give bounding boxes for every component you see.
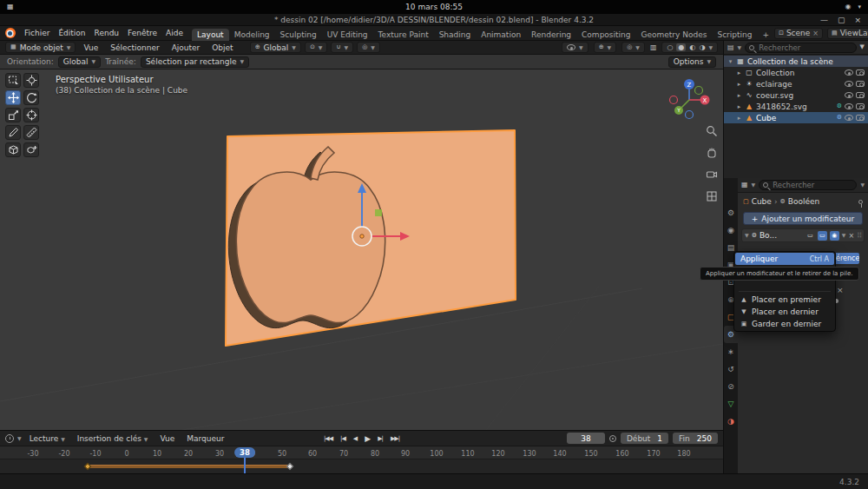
next-keyframe-button[interactable]: ▶| <box>376 434 385 443</box>
jump-end-button[interactable]: ▶▶| <box>389 434 401 443</box>
tab-physics-icon[interactable]: ↺ <box>724 360 738 378</box>
pivot-point-selector[interactable]: ⊙ ▼ <box>305 42 328 53</box>
frame-end-field[interactable]: Fin 250 <box>673 433 718 444</box>
outliner-row-collection[interactable]: ▸ ▢ Collection <box>724 67 868 78</box>
system-clock[interactable]: 10 mars 08:55 <box>405 3 463 11</box>
menu-fichier[interactable]: Fichier <box>20 28 54 38</box>
tab-material-icon[interactable]: ◑ <box>724 413 738 430</box>
prev-keyframe-button[interactable]: |◀ <box>339 434 347 443</box>
measure-tool[interactable] <box>23 125 39 140</box>
tab-layout[interactable]: Layout <box>192 29 229 41</box>
add-workspace-button[interactable]: + <box>757 29 774 41</box>
menu-selectionner[interactable]: Sélectionner <box>106 43 163 53</box>
drag-handle-icon[interactable]: ⠿ <box>857 232 861 240</box>
pan-hand-icon[interactable] <box>704 145 720 161</box>
xray-toggle-icon[interactable]: ▥ <box>650 44 657 51</box>
tab-particles-icon[interactable]: ∗ <box>724 343 738 360</box>
camera-icon[interactable] <box>856 92 865 98</box>
extras-tool[interactable] <box>23 142 39 157</box>
menu-item-keep-last[interactable]: ▣ Garder en dernier <box>735 318 834 330</box>
realtime-display-toggle[interactable]: ▭ <box>818 231 827 241</box>
outliner-editor-icon[interactable]: ▤ <box>727 44 734 51</box>
menu-edition[interactable]: Édition <box>54 28 89 38</box>
proportional-edit-selector[interactable]: ◎ ▼ <box>357 42 380 53</box>
add-cube-tool[interactable] <box>5 142 21 157</box>
menu-item-place-first[interactable]: ▲ Placer en premier <box>735 294 834 306</box>
orientation-dropdown[interactable]: Global ▼ <box>58 56 101 68</box>
timeline-tracks[interactable] <box>0 459 723 473</box>
options-dropdown[interactable]: Options ▼ <box>668 56 716 68</box>
shading-rendered-icon[interactable]: ◑ <box>699 43 705 51</box>
viewport-canvas[interactable] <box>0 69 723 430</box>
menu-lecture[interactable]: Lecture ▼ <box>25 433 69 444</box>
unlink-scene-icon[interactable]: × <box>812 30 819 37</box>
tab-modeling[interactable]: Modeling <box>229 29 275 41</box>
menu-insertion-cles[interactable]: Insertion de clés ▼ <box>73 433 153 444</box>
camera-icon[interactable] <box>856 103 865 109</box>
tab-tool-icon[interactable]: ⚙ <box>724 204 738 221</box>
properties-search-input[interactable] <box>759 180 857 190</box>
disclosure-icon[interactable]: ▸ <box>736 92 742 99</box>
outliner-row-coeur-svg[interactable]: ▸ ∿ coeur.svg <box>724 89 868 101</box>
play-button[interactable]: ▶ <box>363 433 372 444</box>
annotate-tool[interactable] <box>5 125 21 140</box>
add-modifier-button[interactable]: + Ajouter un modificateur <box>743 212 863 225</box>
shading-material-icon[interactable]: ◐ <box>689 43 695 51</box>
eye-icon[interactable] <box>845 103 853 109</box>
properties-editor-icon[interactable]: ▦ <box>741 182 748 188</box>
tab-geometry-nodes[interactable]: Geometry Nodes <box>636 29 713 41</box>
disclosure-icon[interactable]: ▸ <box>736 81 742 88</box>
play-reverse-button[interactable]: ◀ <box>352 434 358 443</box>
filter-funnel-icon[interactable]: ▼ <box>860 44 865 50</box>
eye-icon[interactable] <box>845 69 853 76</box>
outliner-row-3418652-svg[interactable]: ▸ ▲ 3418652.svg ⚙ <box>724 101 868 112</box>
menu-item-apply[interactable]: Appliquer Ctrl A <box>735 253 834 265</box>
breadcrumb-object[interactable]: Cube <box>752 197 772 206</box>
system-tray-chevron-icon[interactable]: ▾ <box>858 4 861 10</box>
tab-scripting[interactable]: Scripting <box>712 29 757 41</box>
outliner-row-cube[interactable]: ▸ ▲ Cube ⚙ <box>724 112 868 123</box>
ortho-grid-icon[interactable] <box>704 188 720 204</box>
boolean-operation-difference-button[interactable]: érence <box>836 253 859 264</box>
outliner-search-input[interactable] <box>745 43 856 53</box>
eye-icon[interactable] <box>845 81 853 87</box>
minimize-button[interactable]: — <box>820 16 828 24</box>
disclosure-icon[interactable]: ▸ <box>736 115 742 122</box>
system-menu-icon[interactable]: ▦ <box>7 3 14 10</box>
pin-icon[interactable] <box>858 200 863 204</box>
tab-render-icon[interactable]: ◉ <box>724 221 738 239</box>
gizmos-toggle[interactable]: ⊕▼ <box>594 42 617 53</box>
modifier-name-field[interactable]: Bo... <box>760 231 803 240</box>
camera-icon[interactable] <box>856 115 865 121</box>
viewlayer-selector[interactable]: ▤ ViewLayer × <box>827 28 868 39</box>
tab-sculpting[interactable]: Sculpting <box>275 29 322 41</box>
tab-object-data-icon[interactable]: ▽ <box>724 395 738 413</box>
outliner-row-eclairage[interactable]: ▸ ☀ eclairage <box>724 78 868 89</box>
timeline-editor-icon[interactable] <box>5 434 14 443</box>
modifier-panel-header[interactable]: ▼ ⚙ Bo... ▭ ▭ ◉ ▼ × ⠿ <box>741 228 865 242</box>
menu-fenetre[interactable]: Fenêtre <box>123 28 161 38</box>
move-tool[interactable] <box>5 90 21 105</box>
auto-key-icon[interactable] <box>609 435 616 442</box>
panel-close-icon[interactable]: × <box>837 286 844 294</box>
modifier-extras-button[interactable]: ▼ <box>842 233 846 238</box>
blender-logo-icon[interactable] <box>5 28 16 38</box>
menu-ajouter[interactable]: Ajouter <box>168 43 205 53</box>
tab-shading[interactable]: Shading <box>434 29 477 41</box>
tab-constraints-icon[interactable]: ⊘ <box>724 378 738 395</box>
screenshot-icon[interactable]: ◉ <box>845 3 852 10</box>
rotate-tool[interactable] <box>23 90 39 105</box>
snap-selector[interactable]: ∪ ▼ <box>331 42 353 53</box>
close-button[interactable]: × <box>854 16 861 24</box>
current-frame-field[interactable]: 38 <box>567 433 605 444</box>
tab-uv-editing[interactable]: UV Editing <box>322 29 373 41</box>
disclosure-icon[interactable]: ▸ <box>736 69 742 76</box>
mode-selector[interactable]: ▦ Mode objet ▼ <box>5 42 76 53</box>
select-box-tool[interactable] <box>5 73 21 88</box>
timeline-ruler[interactable]: -30 -20 -10 0 10 20 30 40 50 60 70 80 90… <box>0 446 723 459</box>
render-display-toggle[interactable]: ◉ <box>830 231 839 241</box>
tab-compositing[interactable]: Compositing <box>576 29 635 41</box>
viewport-3d[interactable]: Perspective Utilisateur (38) Collection … <box>0 69 723 430</box>
transform-orientation-selector[interactable]: ⊕ Global ▼ <box>250 42 301 53</box>
tab-animation[interactable]: Animation <box>476 29 526 41</box>
